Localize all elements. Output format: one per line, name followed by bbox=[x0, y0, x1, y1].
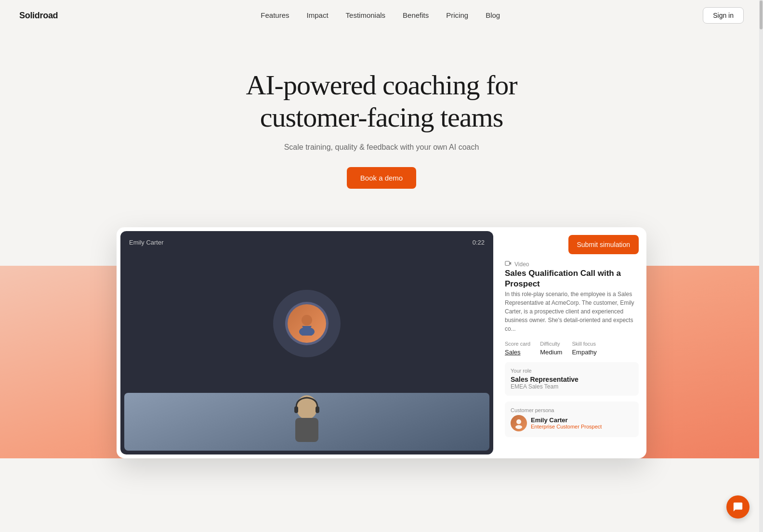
svg-point-8 bbox=[515, 425, 522, 429]
nav-links: Features Impact Testimonials Benefits Pr… bbox=[261, 11, 500, 20]
navbar: Solidroad Features Impact Testimonials B… bbox=[0, 0, 763, 31]
scenario-title: Sales Qualification Call with a Prospect bbox=[505, 268, 639, 289]
video-timer: 0:22 bbox=[473, 239, 485, 246]
role-team: EMEA Sales Team bbox=[511, 383, 633, 390]
right-panel: Submit simulation Video Sales Qualificat… bbox=[497, 227, 646, 458]
hero-subheading: Scale training, quality & feedback with … bbox=[10, 143, 753, 152]
video-icon bbox=[505, 260, 512, 268]
scenario-type-label: Video bbox=[514, 261, 529, 268]
app-card: Emily Carter 0:22 bbox=[117, 227, 646, 458]
meta-row: Score card Sales Difficulty Medium Skill… bbox=[505, 341, 639, 356]
video-bottom-person bbox=[124, 393, 489, 451]
skill-focus-label: Skill focus bbox=[572, 341, 596, 347]
persona-name: Emily Carter bbox=[531, 416, 602, 424]
headline-line1: AI-powered coaching for bbox=[246, 69, 517, 101]
nav-features[interactable]: Features bbox=[261, 11, 289, 19]
svg-rect-5 bbox=[316, 406, 319, 413]
persona-tag: Enterprise Customer Prospect bbox=[531, 424, 602, 429]
svg-rect-3 bbox=[295, 418, 318, 442]
nav-impact[interactable]: Impact bbox=[307, 11, 329, 19]
svg-rect-4 bbox=[294, 406, 298, 413]
avatar-outer bbox=[273, 290, 341, 357]
video-main bbox=[120, 254, 493, 393]
persona-info: Emily Carter Enterprise Customer Prospec… bbox=[531, 416, 602, 429]
hero-headline: Video AI-powered coaching for customer-f… bbox=[213, 69, 550, 133]
svg-rect-6 bbox=[505, 261, 510, 266]
svg-point-2 bbox=[296, 395, 317, 419]
scenario-type: Video bbox=[505, 260, 639, 268]
customer-persona-box: Customer persona Emily Carter Enterprise… bbox=[505, 402, 639, 437]
difficulty-label: Difficulty bbox=[540, 341, 562, 347]
difficulty-meta: Difficulty Medium bbox=[540, 341, 562, 356]
app-preview-wrapper: Emily Carter 0:22 bbox=[0, 218, 763, 458]
avatar-person bbox=[288, 304, 326, 343]
nav-testimonials[interactable]: Testimonials bbox=[346, 11, 386, 19]
video-bottom-panel bbox=[124, 393, 489, 451]
persona-avatar bbox=[511, 415, 527, 431]
scorecard-meta: Score card Sales bbox=[505, 341, 530, 356]
chat-icon bbox=[733, 502, 743, 512]
person-icon bbox=[295, 311, 319, 336]
nav-benefits[interactable]: Benefits bbox=[403, 11, 429, 19]
role-name: Sales Representative bbox=[511, 376, 633, 383]
brand-logo[interactable]: Solidroad bbox=[19, 11, 58, 21]
video-panel: Emily Carter 0:22 bbox=[120, 231, 493, 454]
scrollbar-thumb[interactable] bbox=[760, 0, 763, 29]
svg-point-7 bbox=[516, 419, 521, 424]
signin-button[interactable]: Sign in bbox=[703, 7, 744, 24]
scorecard-value[interactable]: Sales bbox=[505, 349, 521, 356]
video-participant-name: Emily Carter bbox=[129, 239, 164, 246]
nav-blog[interactable]: Blog bbox=[486, 11, 500, 19]
scorecard-label: Score card bbox=[505, 341, 530, 347]
skill-focus-meta: Skill focus Empathy bbox=[572, 341, 596, 356]
submit-simulation-button[interactable]: Submit simulation bbox=[568, 235, 639, 254]
svg-point-0 bbox=[302, 315, 312, 325]
headset-person-icon bbox=[259, 393, 355, 446]
nav-pricing[interactable]: Pricing bbox=[446, 11, 468, 19]
scrollbar[interactable] bbox=[759, 0, 763, 532]
avatar-inner bbox=[285, 302, 329, 345]
video-header: Emily Carter 0:22 bbox=[120, 231, 493, 254]
book-demo-button[interactable]: Book a demo bbox=[347, 167, 416, 189]
hero-section: Video AI-powered coaching for customer-f… bbox=[0, 31, 763, 218]
persona-row: Emily Carter Enterprise Customer Prospec… bbox=[511, 415, 633, 431]
skill-focus-value: Empathy bbox=[572, 349, 596, 356]
scenario-description: In this role-play scenario, the employee… bbox=[505, 290, 639, 333]
customer-persona-label: Customer persona bbox=[511, 407, 633, 413]
chat-fab-button[interactable] bbox=[726, 495, 750, 519]
headline-line2: customer-facing teams bbox=[260, 102, 503, 133]
scenario-info: Video Sales Qualification Call with a Pr… bbox=[505, 260, 639, 333]
your-role-box: Your role Sales Representative EMEA Sale… bbox=[505, 362, 639, 396]
your-role-label: Your role bbox=[511, 368, 633, 374]
difficulty-value: Medium bbox=[540, 349, 562, 356]
